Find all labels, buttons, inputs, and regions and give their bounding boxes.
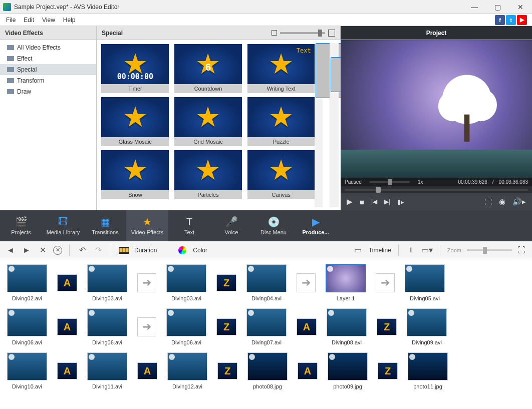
zoom-slider[interactable]: [467, 249, 512, 251]
duration-icon[interactable]: [118, 245, 129, 256]
tab-media-library[interactable]: 🎞Media Library: [42, 210, 84, 241]
outer-scrollbar[interactable]: [330, 43, 339, 207]
fit-button[interactable]: ▭▾: [422, 245, 433, 256]
clip-Diving06-avi[interactable]: Diving06.avi: [7, 308, 47, 345]
transition-slot[interactable]: A: [57, 308, 77, 345]
effect-canvas[interactable]: ★Canvas: [246, 150, 316, 199]
transition-slot[interactable]: ➔: [137, 308, 156, 345]
clip-Diving04-avi[interactable]: Diving04.avi: [246, 264, 287, 301]
play-button[interactable]: ▶: [347, 197, 353, 206]
clip-Diving11-avi[interactable]: Diving11.avi: [87, 352, 127, 389]
clip-photo11-jpg[interactable]: photo11.jpg: [408, 352, 448, 389]
speed-slider[interactable]: [370, 181, 410, 183]
clip-Diving12-avi[interactable]: Diving12.avi: [167, 352, 207, 389]
tab-transitions[interactable]: ▦Transitions: [84, 210, 126, 241]
progress-bar[interactable]: [341, 186, 532, 193]
transition-slot[interactable]: Z: [216, 264, 236, 301]
tab-disc-menu[interactable]: 💿Disc Menu: [252, 210, 295, 241]
transition-slot[interactable]: ➔: [137, 264, 156, 301]
timeline-label[interactable]: Timeline: [369, 247, 391, 254]
transition-slot[interactable]: Z: [217, 352, 237, 389]
next-frame-button[interactable]: ▶|: [384, 198, 390, 205]
clip-Diving07-avi[interactable]: Diving07.avi: [246, 308, 287, 345]
audio-mixer-button[interactable]: ⦀: [406, 245, 417, 256]
menu-file[interactable]: File: [2, 16, 20, 25]
menu-edit[interactable]: Edit: [20, 16, 38, 25]
sidebar-item-transform[interactable]: Transform: [0, 75, 96, 86]
effect-grid-mosaic[interactable]: ★Grid Mosaic: [174, 97, 243, 146]
color-label[interactable]: Color: [193, 247, 207, 254]
facebook-icon[interactable]: f: [495, 15, 505, 25]
fullscreen-button[interactable]: ⛶: [484, 198, 492, 206]
youtube-icon[interactable]: ▶: [517, 15, 527, 25]
split-button[interactable]: ▮▸: [397, 198, 404, 206]
tab-text[interactable]: TText: [168, 210, 210, 241]
duration-label[interactable]: Duration: [134, 247, 157, 254]
grid-scrollbar[interactable]: [315, 43, 323, 207]
stop-button[interactable]: ■: [360, 198, 364, 206]
undo-button[interactable]: ↶: [77, 245, 88, 256]
clip-Diving05-avi[interactable]: Diving05.avi: [405, 264, 445, 301]
transition-slot[interactable]: A: [57, 352, 77, 389]
snapshot-button[interactable]: ◉: [499, 197, 505, 206]
clip-photo08-jpg[interactable]: photo08.jpg: [247, 352, 288, 389]
minimize-button[interactable]: —: [463, 0, 486, 14]
sidebar-item-special[interactable]: Special: [0, 64, 96, 75]
clip-Diving08-avi[interactable]: Diving08.avi: [327, 308, 367, 345]
effect-writing-text[interactable]: ★TextWriting Text: [246, 44, 316, 93]
clip-Diving06-avi[interactable]: Diving06.avi: [166, 308, 206, 345]
transition-slot[interactable]: Z: [378, 352, 398, 389]
redo-button[interactable]: ↷: [93, 245, 104, 256]
transition-slot[interactable]: ➔: [376, 264, 395, 301]
star-icon: ★: [195, 107, 220, 127]
preview-viewport[interactable]: [341, 40, 532, 177]
effect-countdown[interactable]: ★6Countdown: [174, 44, 243, 93]
menu-help[interactable]: Help: [59, 16, 80, 25]
transition-slot[interactable]: A: [298, 352, 318, 389]
close-button[interactable]: ✕: [509, 0, 532, 14]
clip-Diving10-avi[interactable]: Diving10.avi: [7, 352, 47, 389]
maximize-button[interactable]: ▢: [486, 0, 509, 14]
sidebar-item-all-video-effects[interactable]: All Video Effects: [0, 42, 96, 53]
clip-Diving02-avi[interactable]: Diving02.avi: [7, 264, 47, 301]
zoom-fit-button[interactable]: ⛶: [516, 245, 527, 256]
transition-slot[interactable]: A: [57, 264, 77, 301]
transition-slot[interactable]: A: [137, 352, 157, 389]
clip-Diving03-avi[interactable]: Diving03.avi: [166, 264, 206, 301]
thumb-size-slider[interactable]: [280, 32, 325, 34]
effect-particles[interactable]: ★Particles: [174, 150, 243, 199]
nav-forward-button[interactable]: ►: [21, 245, 32, 256]
effect-puzzle[interactable]: ★Puzzle: [246, 97, 316, 146]
sidebar-item-draw[interactable]: Draw: [0, 86, 96, 97]
clip-Layer 1[interactable]: Layer 1: [326, 264, 366, 301]
tab-produce-[interactable]: ▶Produce...: [295, 210, 337, 241]
transition-slot[interactable]: A: [297, 308, 317, 345]
thumbnail-size-control[interactable]: [272, 30, 335, 37]
effect-timer[interactable]: ★00:00:00Timer: [101, 44, 170, 93]
delete-button[interactable]: ✕: [37, 245, 48, 256]
timeline-view-icon[interactable]: ▭: [353, 245, 364, 256]
prev-frame-button[interactable]: |◀: [371, 198, 377, 205]
storyboard[interactable]: Diving02.aviADiving03.avi➔Diving03.aviZD…: [0, 259, 532, 409]
clip-Diving09-avi[interactable]: Diving09.avi: [407, 308, 447, 345]
clip-photo09-jpg[interactable]: photo09.jpg: [328, 352, 368, 389]
tab-projects[interactable]: 🎬Projects: [0, 210, 42, 241]
clip-Diving03-avi[interactable]: Diving03.avi: [87, 264, 127, 301]
menu-view[interactable]: View: [38, 16, 59, 25]
tab-video-effects[interactable]: ★Video Effects: [126, 210, 168, 241]
transition-slot[interactable]: Z: [216, 308, 236, 345]
grid-large-icon[interactable]: [328, 30, 335, 37]
effect-snow[interactable]: ★Snow: [101, 150, 170, 199]
clear-button[interactable]: ✕: [53, 246, 62, 255]
sidebar-item-effect[interactable]: Effect: [0, 53, 96, 64]
grid-small-icon[interactable]: [272, 30, 277, 36]
twitter-icon[interactable]: t: [506, 15, 516, 25]
volume-button[interactable]: 🔊▸: [512, 197, 526, 206]
nav-back-button[interactable]: ◄: [5, 245, 16, 256]
effect-glass-mosaic[interactable]: ★Glass Mosaic: [101, 97, 170, 146]
clip-Diving06-avi[interactable]: Diving06.avi: [87, 308, 127, 345]
tab-voice[interactable]: 🎤Voice: [210, 210, 252, 241]
transition-slot[interactable]: Z: [377, 308, 397, 345]
color-icon[interactable]: [177, 245, 188, 256]
transition-slot[interactable]: ➔: [297, 264, 316, 301]
